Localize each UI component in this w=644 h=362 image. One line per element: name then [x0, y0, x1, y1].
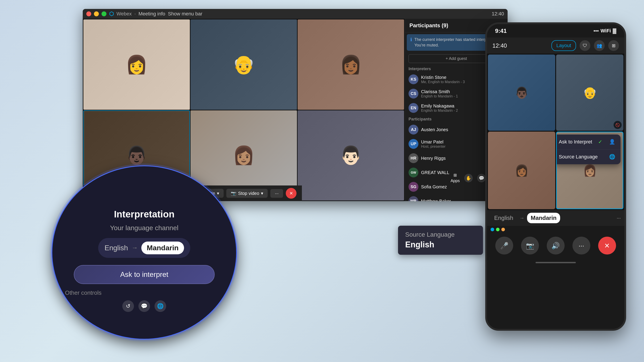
avatar-hr: HR [408, 153, 418, 163]
video-chevron: ▾ [261, 191, 263, 196]
apps-icon: ⊞ [454, 173, 457, 178]
grid-icon[interactable]: ⊞ [608, 40, 619, 51]
phone-source-lang: English [490, 213, 517, 223]
phone-nav-bar: 12:40 Layout 🛡 👥 ⊞ [487, 37, 624, 54]
indicator-orange [501, 228, 505, 231]
phone-camera-icon: 📷 [526, 242, 534, 250]
titlebar-time: 12:40 [492, 11, 504, 17]
phone-mic-off-icon: 🚫 [614, 121, 622, 129]
status-icons: ▪▪▪ WiFi ▓ [594, 28, 616, 34]
avatar-cs: CS [408, 89, 418, 98]
raise-hand-icon[interactable]: ✋ [464, 174, 473, 182]
avatar-aj: AJ [408, 125, 418, 134]
phone-lang-more[interactable]: ··· [617, 215, 621, 221]
info-icon: ℹ [410, 37, 412, 42]
phone-video-3: 👩🏾 [488, 132, 555, 209]
wifi-icon: WiFi [600, 28, 611, 34]
phone-mute-button[interactable]: 🎤 [495, 237, 513, 255]
phone-mic-icon: 🎤 [500, 242, 508, 250]
person-icon: 👤 [609, 139, 615, 145]
phone-status-bar: 9:41 ▪▪▪ WiFi ▓ [487, 24, 624, 37]
phone-speaker-button[interactable]: 🔊 [547, 237, 564, 255]
video-cell-1: 👩 [84, 19, 190, 110]
participant-video-2: 👴 [190, 19, 297, 110]
lang-arrow-icon: → [132, 244, 138, 251]
source-lang-tooltip-value: English [405, 240, 476, 249]
phone-indicators [487, 226, 624, 233]
context-source-language[interactable]: Source Language 🌐 [556, 149, 620, 164]
phone-home-indicator [487, 258, 624, 267]
popup-chat-icon[interactable]: 💬 [138, 300, 150, 312]
source-language-label: English [104, 244, 128, 252]
source-language-tooltip: Source Language English [398, 226, 483, 255]
phone-nav-icons: Layout 🛡 👥 ⊞ [552, 40, 619, 51]
participant-video-1: 👩 [84, 19, 190, 110]
phone-end-icon: ✕ [604, 242, 610, 250]
participant-video-6: 👨🏻 [298, 110, 404, 201]
end-call-button[interactable]: ✕ [286, 188, 296, 199]
popup-reactions-icon[interactable]: ↺ [122, 300, 134, 312]
context-ask-interpret[interactable]: Ask to Interpret ✓ 👤 [556, 134, 620, 149]
avatar-mb: MB [408, 196, 418, 201]
phone-participant-1: 👨🏿 [488, 54, 555, 131]
interpretation-title: Interpretation [61, 209, 227, 220]
titlebar: ⬡ Webex · Meeting info Show menu bar 12:… [83, 9, 508, 19]
show-menu-bar-link[interactable]: Show menu bar [168, 11, 202, 17]
video-icon: 📷 [231, 191, 236, 196]
signal-icon: ▪▪▪ [594, 28, 598, 34]
stop-video-button[interactable]: 📷 Stop video ▾ [226, 189, 268, 198]
maximize-button[interactable] [102, 11, 106, 16]
phone-video-2: 👴 🚫 [556, 54, 624, 131]
phone-video-grid: 👨🏿 👴 🚫 👩🏾 👩🏽 Ask to Interpret ✓ 👤 Source… [487, 54, 624, 210]
phone-video-button[interactable]: 📷 [521, 237, 539, 255]
phone-bottom-bar: 🎤 📷 🔊 ··· ✕ [487, 233, 624, 258]
panel-title: Participants (9) [410, 22, 448, 28]
app-name: Webex [116, 11, 132, 17]
indicator-green [496, 228, 500, 231]
check-icon: ✓ [598, 139, 602, 145]
popup-toolbar: ↺ 💬 🌐 [122, 300, 166, 312]
phone-nav-time: 12:40 [492, 42, 507, 49]
battery-icon: ▓ [613, 28, 616, 34]
minimize-button[interactable] [94, 11, 99, 16]
indicator-blue [490, 228, 494, 231]
separator: · [134, 11, 136, 17]
other-controls-link[interactable]: › Other controls [61, 289, 227, 296]
target-language-label[interactable]: Mandarin [141, 242, 184, 254]
interpretation-subtitle: Your language channel [61, 224, 227, 232]
unmute-chevron: ▾ [217, 191, 219, 196]
phone-lang-bar: English → Mandarin ··· [487, 210, 624, 226]
phone-target-lang[interactable]: Mandarin [527, 213, 560, 223]
video-cell-2: 👴 [190, 19, 297, 110]
layout-button[interactable]: Layout [552, 40, 576, 51]
phone-more-button[interactable]: ··· [572, 237, 590, 255]
chat-panel-icon[interactable]: 💬 [477, 174, 486, 182]
apps-button[interactable]: ⊞ Apps [450, 173, 460, 183]
language-selector: English → Mandarin [98, 238, 190, 258]
close-button[interactable] [86, 11, 91, 16]
avatar-en: EN [408, 103, 418, 113]
context-globe-icon: 🌐 [609, 154, 615, 160]
phone-participant-2: 👴 [556, 54, 624, 131]
security-icon[interactable]: 🛡 [580, 40, 590, 51]
avatar-gw: GW [408, 168, 418, 177]
phone-status-time: 9:41 [495, 27, 507, 34]
mobile-phone: 9:41 ▪▪▪ WiFi ▓ 12:40 Layout 🛡 👥 ⊞ 👨🏿 👴 … [485, 22, 626, 331]
participants-icon[interactable]: 👥 [594, 40, 605, 51]
phone-lang-arrow: → [520, 215, 524, 221]
phone-context-menu: Ask to Interpret ✓ 👤 Source Language 🌐 [556, 134, 620, 164]
ask-to-interpret-button[interactable]: Ask to interpret [74, 265, 215, 284]
home-bar [536, 262, 576, 263]
phone-video-1: 👨🏿 [488, 54, 555, 131]
meeting-info-link[interactable]: Meeting info [138, 11, 165, 17]
interpretation-popup: Interpretation Your language channel Eng… [52, 165, 237, 340]
avatar-ks: KS [408, 74, 418, 84]
app-logo: ⬡ [109, 11, 114, 17]
source-lang-tooltip-title: Source Language [405, 231, 476, 238]
phone-more-icon: ··· [578, 242, 584, 249]
interpretation-content: Interpretation Your language channel Eng… [52, 200, 236, 305]
phone-end-call-button[interactable]: ✕ [598, 237, 616, 255]
avatar-sg: SG [408, 182, 418, 192]
more-options-button[interactable]: ··· [270, 189, 283, 198]
popup-globe-icon[interactable]: 🌐 [154, 300, 166, 312]
